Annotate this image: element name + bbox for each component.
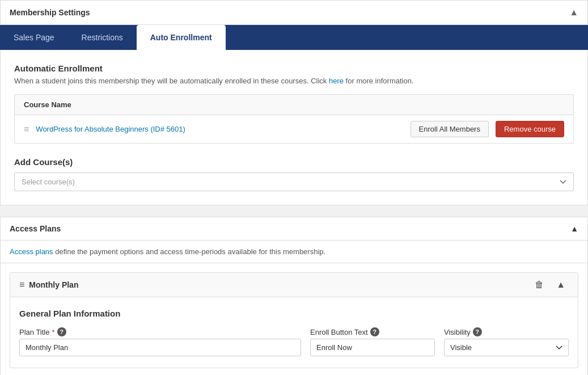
- required-marker: *: [52, 328, 54, 336]
- visibility-field: Visibility ? Visible Hidden: [444, 327, 569, 356]
- plan-card-body: General Plan Information Plan Title * ?: [10, 297, 578, 368]
- plan-title-input[interactable]: [19, 339, 301, 356]
- tabs-bar: Sales Page Restrictions Auto Enrollment: [0, 25, 588, 50]
- monthly-plan-card: ≡ Monthly Plan 🗑 ▲ General Plan Informat…: [10, 272, 578, 368]
- tab-sales-page[interactable]: Sales Page: [0, 25, 68, 50]
- enroll-button-help-icon[interactable]: ?: [370, 327, 379, 336]
- auto-enrollment-title: Automatic Enrollment: [14, 64, 574, 73]
- plan-menu-icon: ≡: [19, 280, 24, 290]
- visibility-help-icon[interactable]: ?: [473, 327, 482, 336]
- access-plans-desc: Access plans define the payment options …: [1, 241, 587, 263]
- plan-section-title: General Plan Information: [19, 309, 569, 318]
- drag-handle-icon[interactable]: ≡: [24, 124, 29, 134]
- enroll-button-text-input[interactable]: [310, 339, 435, 356]
- access-plans-link[interactable]: Access plans: [10, 247, 53, 256]
- table-row: ≡ WordPress for Absolute Beginners (ID# …: [15, 115, 573, 143]
- add-courses-label: Add Course(s): [14, 157, 574, 167]
- membership-settings-title: Membership Settings: [10, 8, 90, 17]
- course-name-link[interactable]: WordPress for Absolute Beginners (ID# 56…: [36, 125, 403, 133]
- collapse-plan-button[interactable]: ▲: [553, 279, 569, 291]
- delete-plan-button[interactable]: 🗑: [531, 279, 547, 291]
- plan-title-help-icon[interactable]: ?: [57, 327, 66, 336]
- plan-title-label: Plan Title * ?: [19, 327, 301, 336]
- plan-card-title: ≡ Monthly Plan: [19, 280, 78, 290]
- auto-enrollment-content: Automatic Enrollment When a student join…: [0, 50, 588, 205]
- plan-card-actions: 🗑 ▲: [531, 279, 569, 291]
- enroll-button-text-label: Enroll Button Text ?: [310, 327, 435, 336]
- plan-title-field: Plan Title * ?: [19, 327, 301, 356]
- plan-fields-row: Plan Title * ? Enroll Button Text ?: [19, 327, 569, 356]
- visibility-label: Visibility ?: [444, 327, 569, 336]
- tab-restrictions[interactable]: Restrictions: [68, 25, 137, 50]
- plan-title-text: Monthly Plan: [29, 280, 78, 289]
- enroll-button-text-field: Enroll Button Text ?: [310, 327, 435, 356]
- course-table-header: Course Name: [15, 95, 573, 115]
- remove-course-button[interactable]: Remove course: [496, 121, 564, 137]
- collapse-icon: ▲: [556, 280, 565, 289]
- select-courses-dropdown[interactable]: Select course(s): [14, 172, 574, 191]
- here-link[interactable]: here: [329, 77, 344, 85]
- enroll-all-members-button[interactable]: Enroll All Members: [411, 121, 489, 137]
- trash-icon: 🗑: [535, 280, 544, 289]
- membership-settings-toggle[interactable]: ▲: [569, 7, 578, 18]
- access-plans-header: Access Plans ▲: [1, 217, 587, 241]
- visibility-select[interactable]: Visible Hidden: [444, 339, 569, 356]
- membership-settings-header: Membership Settings ▲: [0, 0, 588, 25]
- access-plans-title: Access Plans: [10, 224, 61, 233]
- tab-auto-enrollment[interactable]: Auto Enrollment: [137, 25, 226, 50]
- course-table: Course Name ≡ WordPress for Absolute Beg…: [14, 94, 574, 144]
- plan-card-header: ≡ Monthly Plan 🗑 ▲: [10, 273, 578, 297]
- page-wrapper: Membership Settings ▲ Sales Page Restric…: [0, 0, 588, 375]
- auto-enrollment-desc: When a student joins this membership the…: [14, 77, 574, 85]
- access-plans-toggle[interactable]: ▲: [570, 224, 578, 233]
- access-plans-section: Access Plans ▲ Access plans define the p…: [0, 217, 588, 375]
